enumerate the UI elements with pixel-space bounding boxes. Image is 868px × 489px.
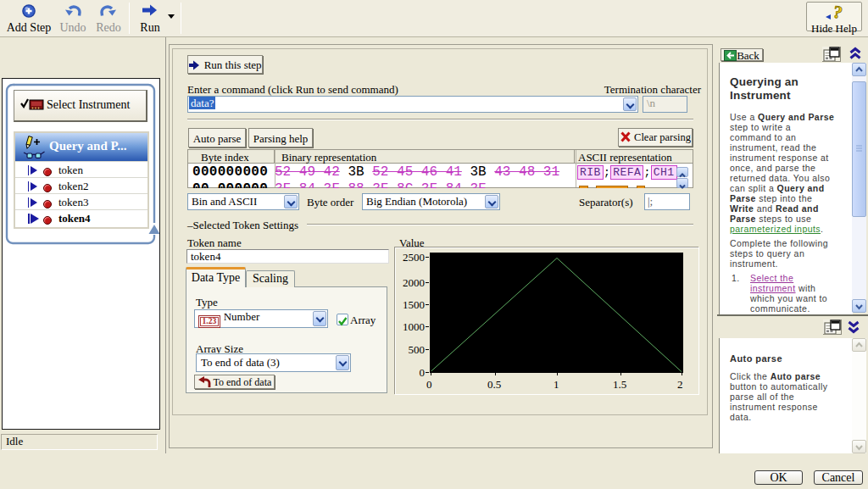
svg-text:?: ? bbox=[832, 3, 844, 20]
